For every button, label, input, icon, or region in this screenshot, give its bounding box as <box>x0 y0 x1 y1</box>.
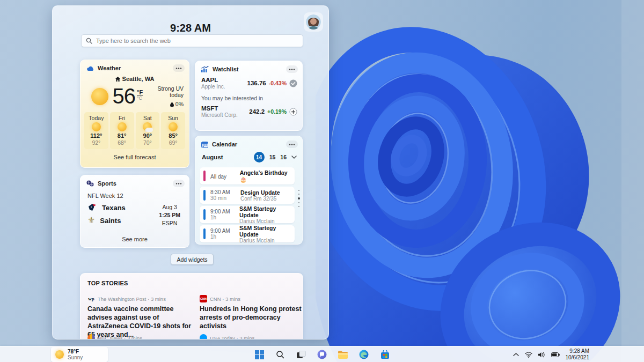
sports-widget: Sports NFL Week 12 Texans ⚜ Saints Aug 3… <box>80 175 189 248</box>
user-avatar[interactable] <box>304 12 323 32</box>
event-color-bar <box>203 171 206 181</box>
cnn-logo: CNN <box>200 295 207 302</box>
washington-post-logo: wp <box>87 295 95 302</box>
calendar-event[interactable]: 9:00 AM 1h S&M Startegy Update Darius Mc… <box>200 225 295 242</box>
forecast-day-sat[interactable]: Sat 90° 70° <box>136 112 160 149</box>
file-explorer-button[interactable] <box>337 349 349 360</box>
tray-clock[interactable]: 9:28 AM 10/6/2021 <box>566 348 590 361</box>
calendar-date-selected[interactable]: 14 <box>254 152 265 162</box>
calendar-month: August <box>202 154 223 160</box>
chevron-down-icon[interactable] <box>291 156 297 159</box>
texans-logo <box>87 203 97 212</box>
stock-change-down: -0.43% <box>269 80 287 86</box>
speaker-icon <box>538 352 545 358</box>
story-meta-text: USA Today · 3 mins <box>210 335 254 340</box>
droplet-icon <box>170 102 174 107</box>
sunny-icon <box>92 122 101 131</box>
see-more-link[interactable]: See more <box>80 236 189 242</box>
event-color-bar <box>203 209 206 220</box>
calendar-date-16[interactable]: 16 <box>280 154 287 160</box>
sunny-icon <box>91 88 108 105</box>
celsius-toggle[interactable]: °C <box>137 95 143 101</box>
calendar-event[interactable]: 9:00 AM 1h S&M Startegy Update Darius Mc… <box>200 206 295 223</box>
weather-condition: Strong UV today <box>143 85 184 98</box>
stock-row-aapl[interactable]: AAPL Apple Inc. 136.76 -0.43% <box>195 73 302 90</box>
weather-location: Seattle, WA <box>122 76 155 82</box>
watchlist-more-options-icon[interactable] <box>286 65 298 73</box>
tray-date: 10/6/2021 <box>566 354 590 361</box>
calendar-widget: Calendar August 14 15 16 All day Angela'… <box>195 136 303 245</box>
story-usa-today[interactable]: USA Today · 3 mins <box>200 334 303 339</box>
story-meta-text: NBC News · 3 mins <box>98 335 142 340</box>
interest-label: You may be interested in <box>195 90 302 101</box>
forecast-day-sun[interactable]: Sun 85° 69° <box>161 112 185 149</box>
game-network: ESPN <box>159 219 180 227</box>
fahrenheit-toggle[interactable]: °F <box>137 90 143 95</box>
taskbar-search-button[interactable] <box>274 349 286 360</box>
calendar-event[interactable]: 8:30 AM 30 min Design Update Conf Rm 32/… <box>200 187 295 204</box>
add-stock-icon[interactable] <box>289 108 297 116</box>
calendar-event[interactable]: All day Angela's Birthday 🎂 <box>200 167 295 184</box>
microsoft-store-button[interactable] <box>379 349 391 360</box>
game-time: 1:25 PM <box>159 211 180 219</box>
story-headline: Hundreds in Hong Kong protest arrests of… <box>200 305 303 330</box>
sports-more-options-icon[interactable] <box>173 180 185 187</box>
search-input[interactable] <box>96 38 298 44</box>
current-temp: 56 <box>113 84 136 108</box>
forecast-day-today[interactable]: Today 112° 92° <box>84 112 108 149</box>
stock-row-msft[interactable]: MSFT Microsoft Corp. 242.2 +0.19% <box>195 101 302 118</box>
story-washington-post[interactable]: wp The Washington Post · 3 mins Canada v… <box>87 295 193 339</box>
forecast-day-fri[interactable]: Fri 81° 68° <box>110 112 134 149</box>
battery-icon <box>551 352 560 357</box>
home-icon <box>115 77 120 82</box>
file-explorer-icon <box>338 351 348 359</box>
wifi-status[interactable] <box>525 352 532 358</box>
story-nbc-news[interactable]: NBC News · 3 mins <box>87 334 193 339</box>
windows-bloom-wallpaper <box>316 0 644 362</box>
weather-location-row[interactable]: Seattle, WA <box>80 76 189 82</box>
stock-chart-icon <box>201 66 209 72</box>
game-info: Aug 3 1:25 PM ESPN <box>159 203 180 227</box>
calendar-more-options-icon[interactable] <box>286 141 298 148</box>
volume-status[interactable] <box>538 352 545 358</box>
tray-time: 9:28 AM <box>566 348 590 354</box>
widgets-panel: 9:28 AM Weather <box>52 5 329 339</box>
windows-logo-icon <box>255 350 264 359</box>
edge-browser-button[interactable] <box>358 349 370 360</box>
sunny-icon <box>118 122 127 131</box>
sunny-icon <box>169 122 178 131</box>
search-icon <box>86 38 92 44</box>
add-widgets-button[interactable]: Add widgets <box>171 254 214 265</box>
top-stories-heading: TOP STORIES <box>80 274 303 286</box>
avatar-image <box>306 14 321 29</box>
stock-change-up: +0.19% <box>267 108 287 115</box>
game-date: Aug 3 <box>159 203 180 211</box>
usa-today-logo <box>200 334 207 339</box>
weather-more-options-icon[interactable] <box>173 64 185 72</box>
calendar-date-15[interactable]: 15 <box>269 154 276 160</box>
store-icon <box>380 350 390 359</box>
start-button[interactable] <box>253 349 265 360</box>
chat-icon <box>317 350 327 359</box>
tray-overflow-button[interactable] <box>513 353 519 356</box>
story-meta-text: CNN · 3 mins <box>210 296 240 302</box>
event-color-bar <box>203 228 206 239</box>
weather-widget: Weather Seattle, WA 56 °F °C Strong UV t… <box>80 60 189 168</box>
weather-cloud-icon <box>86 65 94 71</box>
weather-title: Weather <box>98 65 121 71</box>
top-stories-card: TOP STORIES wp The Washington Post · 3 m… <box>80 273 303 339</box>
league-week-label: NFL Week 12 <box>80 187 189 199</box>
watchlist-title: Watchlist <box>213 66 239 72</box>
saints-logo: ⚜ <box>87 216 95 225</box>
added-check-icon[interactable] <box>289 79 297 87</box>
taskbar: 78°F Sunny <box>0 346 644 362</box>
task-view-button[interactable] <box>295 349 307 360</box>
wifi-icon <box>525 352 532 358</box>
chat-button[interactable] <box>316 349 328 360</box>
battery-status[interactable] <box>551 352 560 357</box>
calendar-scroll-indicator[interactable] <box>298 190 300 207</box>
web-search-bar[interactable] <box>81 34 303 47</box>
story-cnn[interactable]: CNN CNN · 3 mins Hundreds in Hong Kong p… <box>200 295 303 330</box>
nbc-news-logo <box>87 334 95 339</box>
see-full-forecast-link[interactable]: See full forecast <box>80 154 189 160</box>
